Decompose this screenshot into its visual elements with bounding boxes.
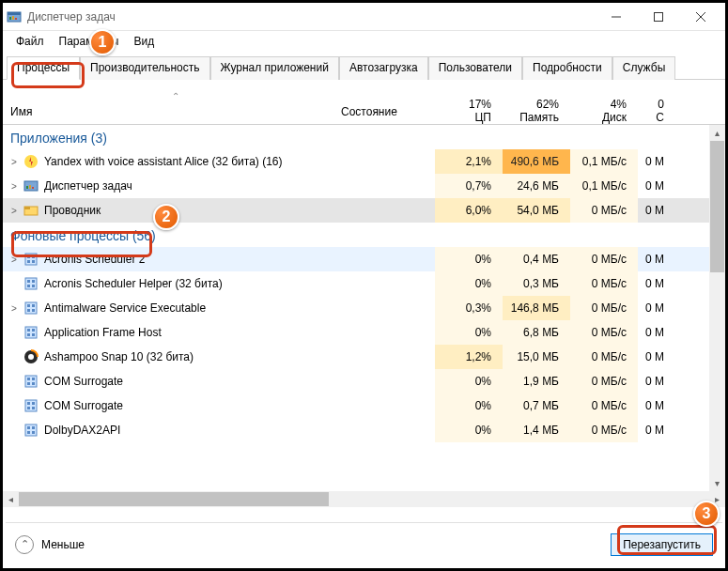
expand-icon[interactable]: >: [7, 157, 22, 167]
process-name: Acronis Scheduler 2: [44, 253, 145, 266]
cpu-cell: 0,7%: [435, 174, 503, 198]
scroll-down-icon[interactable]: ▾: [709, 475, 725, 491]
col-cpu[interactable]: 17% ЦП: [435, 98, 503, 124]
tab-app-history[interactable]: Журнал приложений: [210, 56, 339, 80]
process-name: Acronis Scheduler Helper (32 бита): [44, 277, 223, 290]
cpu-percent: 17%: [435, 98, 491, 111]
table-row[interactable]: COM Surrogate0%1,9 МБ0 МБ/с0 М: [3, 369, 725, 394]
cpu-cell: 0%: [435, 320, 503, 345]
net-cell: 0 М: [638, 198, 675, 223]
column-headers: ⌃ Имя Состояние 17% ЦП 62% Память 4% Дис…: [3, 80, 725, 125]
svg-rect-19: [27, 260, 30, 263]
expand-icon[interactable]: >: [7, 303, 22, 314]
horizontal-scrollbar[interactable]: ◂ ▸: [3, 491, 725, 507]
table-row[interactable]: >Проводник6,0%54,0 МБ0 МБ/с0 М: [3, 198, 725, 223]
win-icon: [23, 276, 39, 291]
table-row[interactable]: >Antimalware Service Executable0,3%146,8…: [3, 296, 725, 320]
fewer-details-button[interactable]: ⌃ Меньше: [15, 535, 85, 554]
tab-details[interactable]: Подробности: [522, 56, 612, 80]
mem-cell: 15,0 МБ: [503, 345, 570, 369]
scroll-up-icon[interactable]: ▴: [709, 125, 725, 141]
tab-services[interactable]: Службы: [612, 56, 675, 80]
net-cell: 0 М: [638, 247, 675, 271]
svg-rect-32: [27, 329, 30, 332]
hscroll-thumb[interactable]: [19, 492, 329, 506]
disk-cell: 0 МБ/с: [570, 369, 638, 394]
svg-rect-24: [27, 285, 30, 287]
expand-icon[interactable]: >: [7, 181, 22, 192]
expand-icon[interactable]: >: [7, 255, 22, 265]
chevron-up-icon: ⌃: [15, 535, 34, 554]
cpu-cell: 1,2%: [435, 345, 503, 369]
tab-users[interactable]: Пользователи: [428, 56, 522, 80]
mem-cell: 146,8 МБ: [503, 296, 570, 320]
svg-rect-40: [32, 378, 35, 380]
disk-cell: 0,1 МБ/с: [570, 174, 638, 198]
process-list: ▴ ▾ Приложения (3) >Yandex with voice as…: [3, 125, 725, 491]
svg-rect-49: [27, 426, 30, 429]
svg-rect-33: [32, 329, 35, 332]
cpu-cell: 0%: [435, 247, 503, 271]
table-row[interactable]: >Yandex with voice assistant Alice (32 б…: [3, 149, 725, 174]
svg-rect-23: [32, 280, 35, 283]
scroll-thumb[interactable]: [710, 141, 724, 272]
scroll-left-icon[interactable]: ◂: [3, 494, 19, 504]
close-button[interactable]: [679, 3, 721, 31]
mem-cell: 490,6 МБ: [503, 149, 570, 174]
table-row[interactable]: >Acronis Scheduler 20%0,4 МБ0 МБ/с0 М: [3, 247, 725, 271]
svg-rect-46: [27, 407, 30, 409]
menu-options[interactable]: Параметры: [52, 33, 127, 50]
svg-rect-52: [32, 431, 35, 434]
maximize-button[interactable]: [637, 3, 679, 31]
cpu-cell: 0%: [435, 271, 503, 296]
tab-processes[interactable]: Процессы: [7, 56, 80, 80]
restart-button[interactable]: Перезапустить: [611, 533, 713, 556]
disk-cell: 0 МБ/с: [570, 418, 638, 442]
svg-rect-43: [25, 400, 37, 411]
col-name[interactable]: ⌃ Имя: [3, 91, 341, 124]
menu-file[interactable]: Файл: [8, 33, 52, 50]
col-status-label: Состояние: [341, 105, 397, 118]
table-row[interactable]: Acronis Scheduler Helper (32 бита)0%0,3 …: [3, 271, 725, 296]
col-memory[interactable]: 62% Память: [503, 98, 570, 124]
tab-performance[interactable]: Производительность: [80, 56, 209, 80]
mem-cell: 0,7 МБ: [503, 394, 570, 418]
group-background[interactable]: Фоновые процессы (56): [3, 223, 725, 247]
table-row[interactable]: DolbyDAX2API0%1,4 МБ0 МБ/с0 М: [3, 418, 725, 442]
expand-icon[interactable]: >: [7, 206, 22, 216]
cpu-cell: 0%: [435, 369, 503, 394]
table-row[interactable]: Ashampoo Snap 10 (32 бита)1,2%15,0 МБ0 М…: [3, 345, 725, 369]
titlebar: Диспетчер задач: [3, 3, 725, 31]
net-cell: 0 М: [638, 296, 675, 320]
svg-rect-39: [27, 378, 30, 380]
app-icon: [7, 9, 22, 24]
table-row[interactable]: COM Surrogate0%0,7 МБ0 МБ/с0 М: [3, 394, 725, 418]
scroll-right-icon[interactable]: ▸: [709, 494, 725, 504]
menu-view[interactable]: Вид: [126, 33, 162, 50]
yandex-icon: [23, 154, 39, 169]
win-icon: [23, 325, 39, 340]
svg-rect-50: [32, 426, 35, 429]
win-icon: [23, 398, 39, 413]
vertical-scrollbar[interactable]: ▴ ▾: [709, 125, 725, 491]
minimize-button[interactable]: [595, 3, 637, 31]
svg-rect-35: [32, 333, 35, 336]
group-apps[interactable]: Приложения (3): [3, 125, 725, 149]
disk-cell: 0 МБ/с: [570, 296, 638, 320]
col-disk[interactable]: 4% Диск: [570, 98, 638, 124]
table-row[interactable]: Application Frame Host0%6,8 МБ0 МБ/с0 М: [3, 320, 725, 345]
svg-rect-29: [27, 309, 30, 312]
win-icon: [23, 252, 39, 267]
svg-rect-18: [32, 255, 35, 258]
col-status[interactable]: Состояние: [341, 105, 435, 124]
table-row[interactable]: >Диспетчер задач0,7%24,6 МБ0,1 МБ/с0 М: [3, 174, 725, 198]
snap-icon: [23, 349, 39, 364]
tab-startup[interactable]: Автозагрузка: [339, 56, 428, 80]
col-network[interactable]: 0 С: [638, 98, 675, 124]
svg-rect-47: [32, 407, 35, 409]
net-cell: 0 М: [638, 394, 675, 418]
disk-cell: 0 МБ/с: [570, 320, 638, 345]
svg-rect-31: [25, 327, 37, 338]
mem-cell: 54,0 МБ: [503, 198, 570, 223]
tabstrip: Процессы Производительность Журнал прило…: [3, 55, 725, 80]
